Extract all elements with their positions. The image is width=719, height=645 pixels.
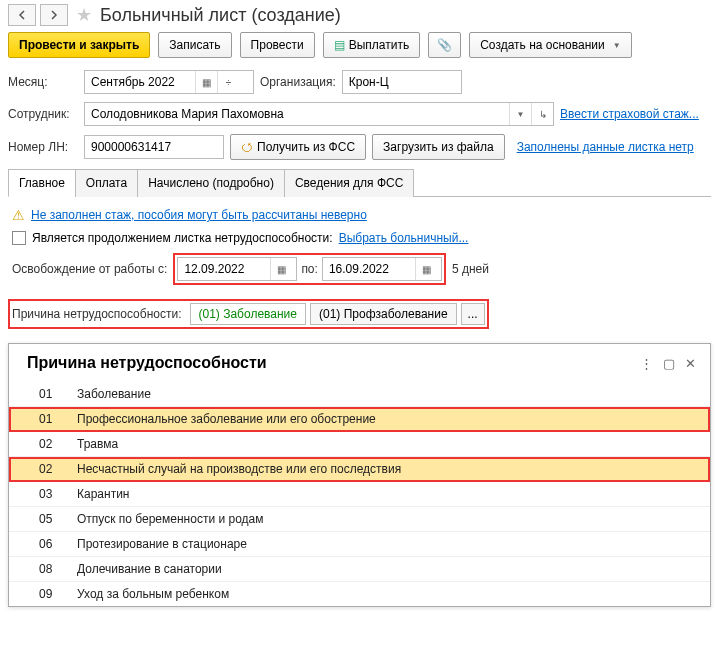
period-to-label: по: [301,262,318,276]
cause-option-code: 09 [39,587,77,601]
period-days: 5 дней [452,262,489,276]
write-button[interactable]: Записать [158,32,231,58]
attach-button[interactable]: 📎 [428,32,461,58]
cause-option-row[interactable]: 05Отпуск по беременности и родам [9,507,710,532]
period-label: Освобождение от работы с: [12,262,167,276]
cause-prof-disease-button[interactable]: (01) Профзаболевание [310,303,457,325]
number-input[interactable] [85,136,223,158]
cause-option-name: Профессиональное заболевание или его обо… [77,412,700,426]
post-and-close-button[interactable]: Провести и закрыть [8,32,150,58]
cause-option-name: Заболевание [77,387,700,401]
cause-option-code: 02 [39,437,77,451]
cause-option-name: Долечивание в санатории [77,562,700,576]
create-based-on-button[interactable]: Создать на основании [469,32,631,58]
date-to-calendar-icon[interactable]: ▦ [415,258,437,280]
employee-input[interactable] [85,103,509,125]
tab-main[interactable]: Главное [8,169,76,197]
cause-option-row[interactable]: 02Несчастный случай на производстве или … [9,457,710,482]
cause-option-code: 01 [39,387,77,401]
cause-option-row[interactable]: 02Травма [9,432,710,457]
paperclip-icon: 📎 [437,38,452,52]
document-icon: ▤ [334,38,345,52]
date-from-calendar-icon[interactable]: ▦ [270,258,292,280]
month-calendar-icon[interactable]: ▦ [195,71,217,93]
warning-link[interactable]: Не заполнен стаж, пособия могут быть рас… [31,208,367,222]
cause-option-code: 03 [39,487,77,501]
cause-option-row[interactable]: 09Уход за больным ребенком [9,582,710,606]
employee-open-icon[interactable]: ↳ [531,103,553,125]
cause-option-name: Травма [77,437,700,451]
number-label: Номер ЛН: [8,140,78,154]
page-title: Больничный лист (создание) [100,5,341,26]
select-sick-leave-link[interactable]: Выбрать больничный... [339,231,469,245]
pay-button[interactable]: ▤ Выплатить [323,32,421,58]
nav-back-button[interactable] [8,4,36,26]
cause-option-name: Отпуск по беременности и родам [77,512,700,526]
month-label: Месяц: [8,75,78,89]
employee-dropdown-icon[interactable] [509,103,531,125]
popup-more-icon[interactable]: ⋮ [640,356,653,371]
continuation-checkbox[interactable] [12,231,26,245]
cause-option-code: 08 [39,562,77,576]
cause-option-row[interactable]: 08Долечивание в санатории [9,557,710,582]
month-input[interactable] [85,71,195,93]
nav-forward-button[interactable] [40,4,68,26]
warning-icon: ⚠ [12,207,25,223]
cause-option-name: Карантин [77,487,700,501]
continuation-label: Является продолжением листка нетрудоспос… [32,231,333,245]
month-spinner-icon[interactable]: ÷ [217,71,239,93]
date-from-input[interactable] [178,258,270,280]
filled-data-link[interactable]: Заполнены данные листка нетр [517,140,694,154]
cause-option-name: Протезирование в стационаре [77,537,700,551]
cause-option-row[interactable]: 01Профессиональное заболевание или его о… [9,407,710,432]
load-from-file-button[interactable]: Загрузить из файла [372,134,505,160]
cause-option-code: 02 [39,462,77,476]
cause-option-code: 01 [39,412,77,426]
cause-popup: Причина нетрудоспособности ⋮ ▢ ✕ 01Забол… [8,343,711,607]
popup-title: Причина нетрудоспособности [27,354,267,372]
cloud-download-icon: ⭯ [241,140,253,154]
cause-label: Причина нетрудоспособности: [12,307,182,321]
popup-maximize-icon[interactable]: ▢ [663,356,675,371]
cause-option-code: 06 [39,537,77,551]
insurance-link[interactable]: Ввести страховой стаж... [560,107,699,121]
post-button[interactable]: Провести [240,32,315,58]
cause-more-button[interactable]: ... [461,303,485,325]
cause-option-row[interactable]: 01Заболевание [9,382,710,407]
popup-close-icon[interactable]: ✕ [685,356,696,371]
get-from-fss-button[interactable]: ⭯ Получить из ФСС [230,134,366,160]
org-label: Организация: [260,75,336,89]
cause-option-name: Уход за больным ребенком [77,587,700,601]
favorite-star-icon[interactable]: ★ [76,4,92,26]
tab-pay[interactable]: Оплата [75,169,138,197]
cause-option-code: 05 [39,512,77,526]
tab-accrued[interactable]: Начислено (подробно) [137,169,285,197]
cause-disease-button[interactable]: (01) Заболевание [190,303,306,325]
cause-option-row[interactable]: 03Карантин [9,482,710,507]
date-to-input[interactable] [323,258,415,280]
cause-option-name: Несчастный случай на производстве или ег… [77,462,700,476]
cause-option-row[interactable]: 06Протезирование в стационаре [9,532,710,557]
tab-fss[interactable]: Сведения для ФСС [284,169,414,197]
org-input[interactable] [343,71,461,93]
employee-label: Сотрудник: [8,107,78,121]
